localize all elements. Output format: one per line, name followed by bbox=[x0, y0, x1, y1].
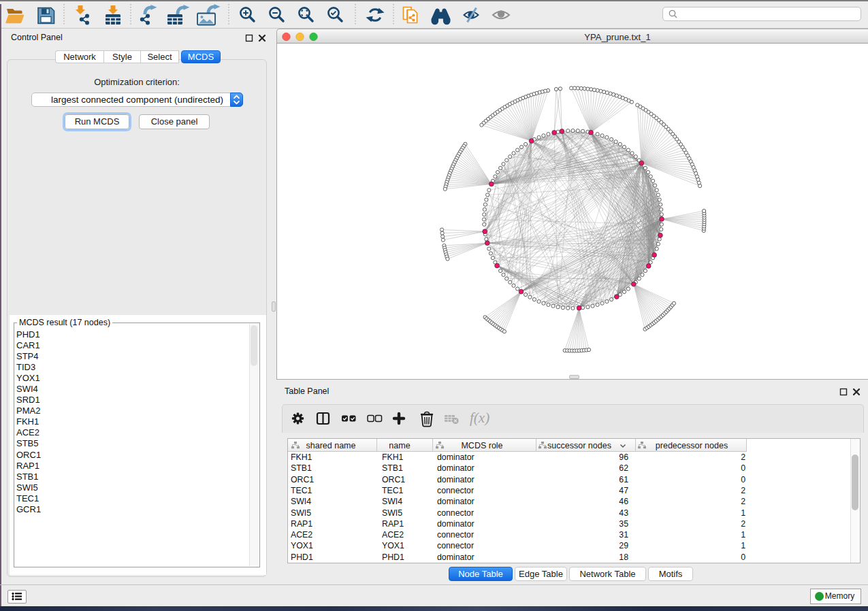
svg-text:f(x): f(x) bbox=[470, 410, 489, 426]
